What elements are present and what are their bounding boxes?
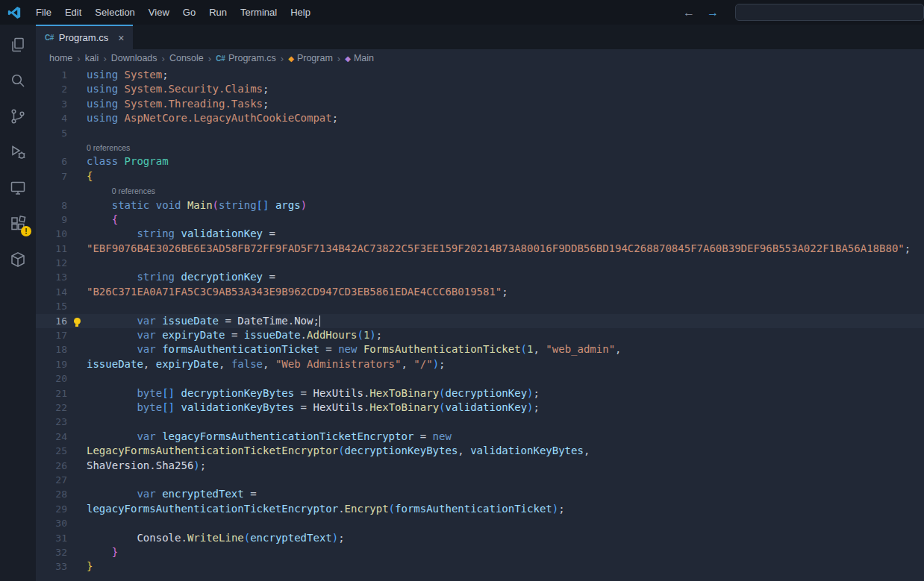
line-number[interactable]: 10 <box>36 227 67 241</box>
navigate-forward-icon[interactable]: → <box>701 4 725 21</box>
line-number[interactable]: 3 <box>36 97 67 111</box>
breadcrumb-item-downloads[interactable]: Downloads <box>110 52 159 64</box>
line-number[interactable]: 20 <box>36 371 67 386</box>
run-debug-icon[interactable] <box>3 139 33 165</box>
tab-program-cs[interactable]: C# Program.cs × <box>36 25 133 49</box>
line-number[interactable]: 25 <box>36 444 67 458</box>
line-number[interactable]: 19 <box>36 357 67 371</box>
code-line[interactable]: 27 <box>36 473 924 487</box>
containers-icon[interactable] <box>3 247 33 272</box>
line-number[interactable]: 2 <box>36 82 67 96</box>
line-number[interactable]: 22 <box>36 401 67 415</box>
breadcrumb-item-main[interactable]: ◆Main <box>343 52 375 64</box>
code-line[interactable]: 22 byte[] validationKeyBytes = HexUtils.… <box>36 401 924 415</box>
code-line[interactable]: 2using System.Security.Claims; <box>36 82 924 96</box>
code-line[interactable]: 5 <box>36 126 924 140</box>
code-line[interactable]: 16 var issueDate = DateTime.Now; <box>36 314 924 328</box>
line-number[interactable] <box>36 183 67 198</box>
menu-run[interactable]: Run <box>202 4 234 21</box>
line-number[interactable]: 28 <box>36 487 67 501</box>
breadcrumb-item-home[interactable]: home <box>48 52 74 64</box>
line-number[interactable]: 32 <box>36 545 67 559</box>
menu-view[interactable]: View <box>142 4 176 21</box>
line-number[interactable]: 26 <box>36 459 67 473</box>
remote-explorer-icon[interactable] <box>3 175 33 201</box>
line-number[interactable]: 6 <box>36 154 67 169</box>
explorer-icon[interactable] <box>3 32 33 57</box>
line-number[interactable]: 33 <box>36 559 67 574</box>
code-line[interactable]: 13 string decryptionKey = <box>36 270 924 284</box>
menu-edit[interactable]: Edit <box>58 4 88 21</box>
menu-terminal[interactable]: Terminal <box>234 4 284 21</box>
command-search-input[interactable] <box>735 4 924 21</box>
code-line[interactable]: 24 var legacyFormsAuthenticationTicketEn… <box>36 430 924 444</box>
line-number[interactable]: 29 <box>36 502 67 516</box>
line-number[interactable]: 8 <box>36 198 67 213</box>
line-number[interactable]: 15 <box>36 299 67 313</box>
codelens-references[interactable]: 0 references <box>87 143 130 152</box>
menu-file[interactable]: File <box>29 4 58 21</box>
code-line[interactable]: 30 <box>36 516 924 530</box>
code-line[interactable]: 33} <box>36 559 924 574</box>
code-line[interactable]: 28 var encryptedText = <box>36 487 924 501</box>
menu-selection[interactable]: Selection <box>88 4 141 21</box>
line-number[interactable]: 1 <box>36 68 67 82</box>
line-number[interactable]: 16 <box>36 314 67 328</box>
breadcrumb-item-program-cs[interactable]: C#Program.cs <box>214 52 278 64</box>
code-line[interactable]: 23 <box>36 415 924 429</box>
breadcrumb-item-console[interactable]: Console <box>168 52 205 64</box>
menu-go[interactable]: Go <box>176 4 202 21</box>
code-line[interactable]: 26ShaVersion.Sha256); <box>36 459 924 473</box>
code-line[interactable]: 21 byte[] decryptionKeyBytes = HexUtils.… <box>36 386 924 401</box>
line-number[interactable] <box>36 140 67 154</box>
line-number[interactable]: 13 <box>36 270 67 284</box>
line-number[interactable]: 12 <box>36 256 67 270</box>
line-number[interactable]: 9 <box>36 213 67 227</box>
line-number[interactable]: 30 <box>36 516 67 530</box>
navigate-back-icon[interactable]: ← <box>677 4 701 21</box>
line-number[interactable]: 24 <box>36 430 67 444</box>
code-line[interactable]: 17 var expiryDate = issueDate.AddHours(1… <box>36 328 924 342</box>
source-control-icon[interactable] <box>3 104 33 129</box>
code-line[interactable]: 9 { <box>36 213 924 227</box>
codelens-row[interactable]: 0 references <box>36 140 924 154</box>
tab-close-icon[interactable]: × <box>116 32 125 44</box>
code-line[interactable]: 18 var formsAuthenticationTicket = new F… <box>36 342 924 357</box>
line-number[interactable]: 11 <box>36 242 67 256</box>
code-line[interactable]: 12 <box>36 256 924 270</box>
line-number[interactable]: 5 <box>36 126 67 140</box>
extensions-icon[interactable]: ! <box>3 211 33 236</box>
lightbulb-icon[interactable] <box>67 314 87 328</box>
code-line[interactable]: 7{ <box>36 169 924 183</box>
menu-help[interactable]: Help <box>284 4 317 21</box>
code-line[interactable]: 11"EBF9076B4E3026BE6E3AD58FB72FF9FAD5F71… <box>36 242 924 256</box>
code-line[interactable]: 6class Program <box>36 154 924 169</box>
line-number[interactable]: 14 <box>36 285 67 299</box>
code-line[interactable]: 14"B26C371EA0A71FA5C3C9AB53A343E9B962CD9… <box>36 285 924 299</box>
codelens-row[interactable]: 0 references <box>36 183 924 198</box>
line-number[interactable]: 31 <box>36 531 67 545</box>
code-line[interactable]: 8 static void Main(string[] args) <box>36 198 924 213</box>
line-number[interactable]: 4 <box>36 111 67 125</box>
line-number[interactable]: 7 <box>36 169 67 183</box>
line-number[interactable]: 17 <box>36 328 67 342</box>
line-number[interactable]: 18 <box>36 342 67 357</box>
breadcrumb-item-program[interactable]: ◆Program <box>287 52 334 64</box>
code-line[interactable]: 3using System.Threading.Tasks; <box>36 97 924 111</box>
code-line[interactable]: 15 <box>36 299 924 313</box>
code-editor[interactable]: 1using System;2using System.Security.Cla… <box>36 67 924 581</box>
code-line[interactable]: 32 } <box>36 545 924 559</box>
line-number[interactable]: 27 <box>36 473 67 487</box>
code-line[interactable]: 31 Console.WriteLine(encryptedText); <box>36 531 924 545</box>
breadcrumb-item-kali[interactable]: kali <box>84 52 101 64</box>
codelens-references[interactable]: 0 references <box>87 186 155 195</box>
code-line[interactable]: 1using System; <box>36 68 924 82</box>
code-line[interactable]: 29legacyFormsAuthenticationTicketEncrypt… <box>36 502 924 516</box>
code-line[interactable]: 19issueDate, expiryDate, false, "Web Adm… <box>36 357 924 371</box>
line-number[interactable]: 23 <box>36 415 67 429</box>
code-line[interactable]: 4using AspNetCore.LegacyAuthCookieCompat… <box>36 111 924 125</box>
line-number[interactable]: 21 <box>36 386 67 401</box>
code-line[interactable]: 25LegacyFormsAuthenticationTicketEncrypt… <box>36 444 924 458</box>
code-line[interactable]: 10 string validationKey = <box>36 227 924 241</box>
search-icon[interactable] <box>3 68 33 93</box>
